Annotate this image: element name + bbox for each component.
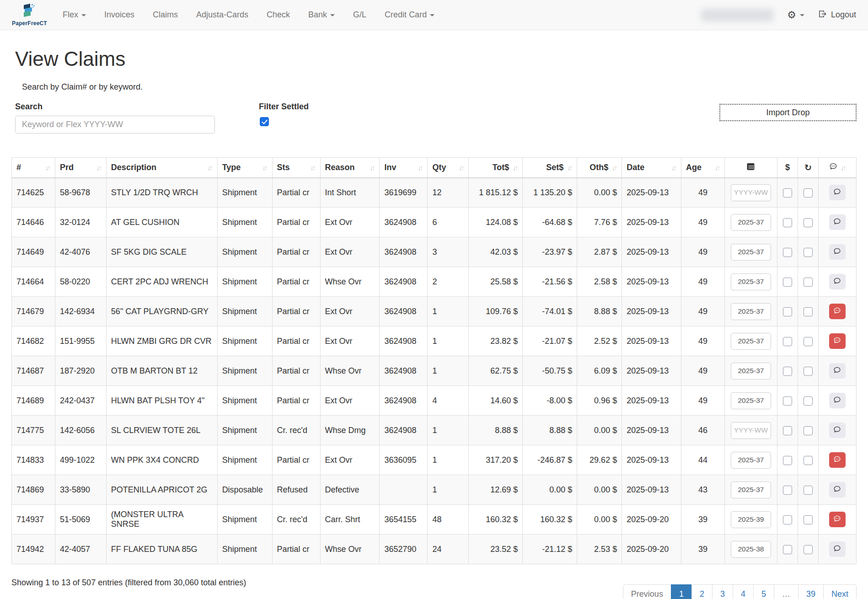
refresh-checkbox[interactable]	[804, 545, 813, 554]
dollar-checkbox[interactable]	[783, 426, 792, 435]
comment-button[interactable]	[829, 363, 846, 379]
comment-button-alert[interactable]	[829, 333, 846, 349]
nav-item-g-l[interactable]: G/L	[353, 10, 366, 20]
dollar-checkbox[interactable]	[783, 307, 792, 316]
page-39[interactable]: 39	[798, 584, 824, 599]
col-header-tot[interactable]: Tot$↓↑	[469, 158, 523, 178]
dollar-checkbox[interactable]	[783, 188, 792, 198]
week-input[interactable]	[731, 244, 771, 261]
brand-logo[interactable]: PaperFreeCT	[12, 3, 47, 27]
nav-item-flex[interactable]: Flex	[63, 10, 86, 20]
comment-button-alert[interactable]	[829, 452, 846, 468]
dollar-checkbox[interactable]	[783, 248, 792, 257]
page-next[interactable]: Next	[823, 584, 857, 599]
nav-item-check[interactable]: Check	[267, 10, 290, 20]
col-header-reason[interactable]: Reason↓↑	[320, 158, 380, 178]
refresh-checkbox[interactable]	[804, 426, 813, 435]
filter-settled-checkbox[interactable]	[260, 117, 269, 126]
refresh-checkbox[interactable]	[804, 367, 813, 376]
week-input[interactable]	[731, 422, 771, 439]
refresh-checkbox[interactable]	[804, 218, 813, 227]
comment-button[interactable]	[829, 423, 846, 438]
comment-button[interactable]	[829, 482, 846, 497]
comment-button[interactable]	[829, 244, 846, 260]
cell-age: 39	[681, 535, 725, 564]
week-input[interactable]	[731, 333, 771, 350]
dollar-checkbox[interactable]	[783, 456, 792, 465]
dollar-checkbox[interactable]	[783, 367, 792, 376]
cell-description: HLWN BAT PLSH TOY 4"	[106, 386, 217, 416]
dollar-checkbox[interactable]	[783, 486, 792, 495]
week-input[interactable]	[731, 541, 771, 558]
week-input[interactable]	[731, 452, 771, 469]
comment-button[interactable]	[829, 541, 846, 557]
page-previous[interactable]: Previous	[623, 584, 671, 599]
cell-refresh-checkbox	[798, 475, 818, 505]
nav-item-credit-card[interactable]: Credit Card	[385, 10, 434, 20]
refresh-checkbox[interactable]	[804, 337, 813, 346]
cell-tot: 109.76 $	[469, 297, 523, 326]
comment-button-alert[interactable]	[829, 304, 846, 319]
week-input[interactable]	[731, 303, 771, 320]
col-header-type[interactable]: Type↓↑	[217, 158, 272, 178]
comment-button[interactable]	[829, 185, 846, 200]
cell-refresh-checkbox	[798, 297, 818, 326]
refresh-checkbox[interactable]	[804, 248, 813, 257]
refresh-checkbox[interactable]	[804, 307, 813, 316]
col-header-inv[interactable]: Inv↓↑	[380, 158, 428, 178]
week-input[interactable]	[731, 184, 771, 201]
col-header-description[interactable]: Description↓↑	[106, 158, 217, 178]
comment-button[interactable]	[829, 393, 846, 408]
col-header-claim-number[interactable]: #↓↑	[12, 158, 55, 178]
nav-item-bank[interactable]: Bank	[308, 10, 335, 20]
week-input[interactable]	[731, 511, 771, 528]
dollar-checkbox[interactable]	[783, 278, 792, 287]
refresh-checkbox[interactable]	[804, 188, 813, 198]
refresh-checkbox[interactable]	[804, 278, 813, 287]
week-input[interactable]	[731, 214, 771, 231]
page-ellipsis[interactable]: …	[774, 584, 798, 599]
dollar-checkbox[interactable]	[783, 515, 792, 524]
page-2[interactable]: 2	[691, 584, 713, 599]
dollar-checkbox[interactable]	[783, 545, 792, 554]
page-3[interactable]: 3	[712, 584, 733, 599]
settings-menu[interactable]: ⚙	[787, 10, 804, 20]
col-label-tot: Tot$	[493, 163, 509, 172]
refresh-checkbox[interactable]	[804, 456, 813, 465]
nav-item-claims[interactable]: Claims	[153, 10, 178, 20]
nav-item-adjusta-cards[interactable]: Adjusta-Cards	[196, 10, 248, 20]
logout-button[interactable]: Logout	[818, 10, 856, 21]
import-drop-button[interactable]: Import Drop	[719, 104, 857, 121]
page-5[interactable]: 5	[753, 584, 774, 599]
col-header-age[interactable]: Age↓↑	[681, 158, 725, 178]
comment-button-alert[interactable]	[829, 512, 846, 527]
col-header-qty[interactable]: Qty↓↑	[428, 158, 469, 178]
refresh-checkbox[interactable]	[804, 515, 813, 524]
comment-button[interactable]	[829, 274, 846, 289]
col-header-oth[interactable]: Oth$↓↑	[577, 158, 622, 178]
cell-comment	[818, 267, 856, 297]
nav-item-invoices[interactable]: Invoices	[104, 10, 134, 20]
col-header-sts[interactable]: Sts↓↑	[272, 158, 320, 178]
comment-button[interactable]	[829, 214, 846, 230]
refresh-checkbox[interactable]	[804, 396, 813, 406]
search-input[interactable]	[15, 116, 215, 134]
page-subtitle: Search by Claim# or by keyword.	[22, 82, 857, 92]
comment-icon	[833, 188, 841, 197]
col-header-set[interactable]: Set$↓↑	[523, 158, 577, 178]
cell-reason: Carr. Shrt	[320, 505, 380, 535]
week-input[interactable]	[731, 481, 771, 498]
col-header-prd[interactable]: Prd↓↑	[55, 158, 106, 178]
dollar-checkbox[interactable]	[783, 218, 792, 227]
week-input[interactable]	[731, 273, 771, 290]
dollar-checkbox[interactable]	[783, 337, 792, 346]
page-4[interactable]: 4	[733, 584, 754, 599]
week-input[interactable]	[731, 363, 771, 380]
page-1[interactable]: 1	[671, 584, 692, 599]
sort-icon: ↓↑	[418, 164, 423, 171]
col-header-date[interactable]: Date↓↑	[622, 158, 681, 178]
col-header-comment[interactable]: ↓↑	[818, 158, 856, 178]
dollar-checkbox[interactable]	[783, 396, 792, 406]
week-input[interactable]	[731, 392, 771, 409]
refresh-checkbox[interactable]	[804, 486, 813, 495]
